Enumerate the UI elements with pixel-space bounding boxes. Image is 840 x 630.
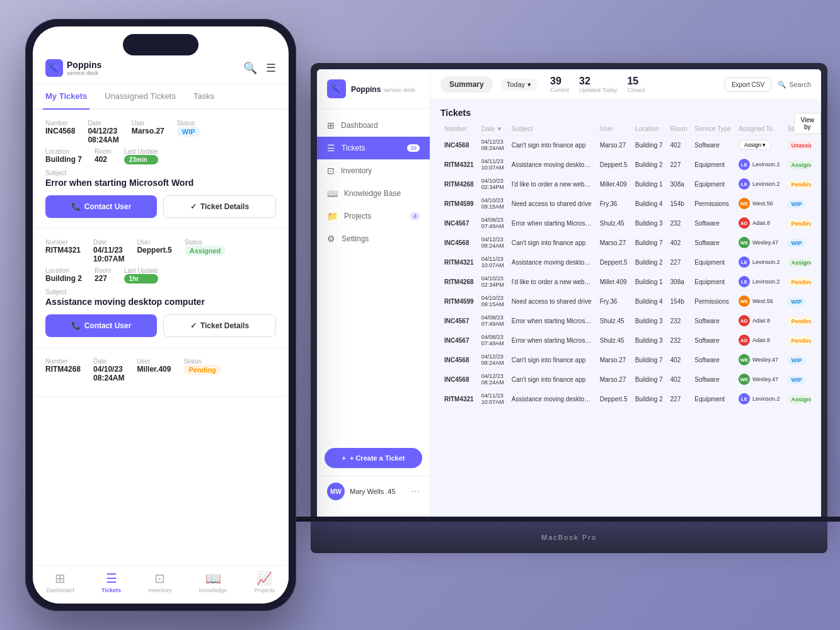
poppins-logo-icon: 🌂	[45, 59, 63, 77]
ticket-room-block: Room 402	[95, 148, 112, 164]
cell-date: 04/10/23 02:34PM	[478, 272, 508, 292]
table-row[interactable]: INC4568 04/12/23 08:24AM Can't sign into…	[440, 350, 811, 370]
col-date[interactable]: Date ▼	[478, 123, 508, 135]
table-row[interactable]: INC4568 04/12/23 08:24AM Can't sign into…	[440, 370, 811, 389]
dashboard-nav-label: Dashboard	[47, 587, 74, 593]
sidebar-logo-icon: 🌂	[327, 79, 346, 98]
user-options-icon[interactable]: ⋯	[411, 486, 420, 496]
nav-projects[interactable]: 📈 Projects	[255, 571, 275, 593]
ticket-update-block: Last Update 23min	[124, 148, 158, 164]
cell-room: 154b	[667, 292, 691, 311]
room-label: Room	[95, 148, 112, 155]
cell-location: Building 4	[631, 194, 667, 214]
ticket-buttons-2: 📞 Contact User ✓ Ticket Details	[45, 314, 276, 337]
sidebar-item-projects[interactable]: 📁 Projects 4	[317, 205, 430, 227]
ticket-date: 04/12/2308:24AM	[88, 127, 118, 144]
cell-location: Building 1	[631, 272, 667, 292]
cell-number: RITM4321	[440, 155, 478, 175]
laptop-mockup: 🌂 Poppins service desk ⊞ Dashboard ☰ Tic…	[311, 63, 827, 567]
projects-badge: 4	[410, 212, 420, 220]
phone-mockup: 🌂 Poppins service desk 🔍 ☰ My Tickets Un…	[25, 19, 296, 611]
search-box[interactable]: 🔍 Search	[778, 81, 811, 89]
period-select[interactable]: Today ▾	[500, 78, 538, 91]
phone-screen: 🌂 Poppins service desk 🔍 ☰ My Tickets Un…	[33, 26, 289, 604]
table-row[interactable]: RITM4268 04/10/23 02:34PM I'd like to or…	[440, 272, 811, 292]
nav-inventory[interactable]: ⊡ Inventory	[148, 571, 171, 593]
projects-nav-icon: 📈	[256, 571, 272, 586]
menu-icon[interactable]: ☰	[266, 61, 276, 75]
ticket-date-3: 04/10/2308:24AM	[93, 365, 124, 382]
export-csv-button[interactable]: Export CSV	[725, 77, 771, 92]
cell-service: Software	[691, 233, 735, 253]
cell-number: INC4567	[440, 214, 478, 233]
contact-user-button-2[interactable]: 📞 Contact User	[45, 314, 157, 337]
tab-summary[interactable]: Summary	[440, 76, 493, 93]
cell-number: RITM4599	[440, 292, 478, 311]
location-label-2: Location	[45, 267, 82, 274]
phone-logo-text: Poppins service desk	[67, 60, 101, 76]
ticket-location-block: Location Building 7	[45, 148, 82, 164]
cell-assigned: ADAdair.8	[735, 311, 784, 331]
cell-assigned: LELevinson.2	[735, 175, 784, 194]
cell-date: 04/11/23 10:07AM	[478, 253, 508, 272]
ticket-subject: Error when starting Microsoft Word	[45, 178, 276, 188]
cell-location: Building 2	[631, 155, 667, 175]
number-label-3: Number	[45, 358, 81, 365]
sidebar-item-inventory[interactable]: ⊡ Inventory	[317, 159, 430, 182]
chevron-down-icon: ▾	[527, 81, 531, 89]
sidebar-item-settings[interactable]: ⚙ Settings	[317, 227, 430, 250]
ticket-details-button-1[interactable]: ✓ Ticket Details	[163, 195, 276, 218]
stat-current-num: 39	[550, 76, 569, 87]
viewby-button[interactable]: View by	[794, 113, 822, 134]
table-row[interactable]: RITM4599 04/10/23 09:15AM Need access to…	[440, 194, 811, 214]
table-row[interactable]: RITM4599 04/10/23 09:15AM Need access to…	[440, 292, 811, 311]
cell-number: INC4568	[440, 370, 478, 389]
nav-dashboard[interactable]: ⊞ Dashboard	[47, 571, 74, 593]
nav-knowledge[interactable]: 📖 Knowledge	[199, 571, 227, 593]
table-row[interactable]: RITM4321 04/11/23 10:07AM Assistance mov…	[440, 155, 811, 175]
cell-date: 04/08/23 07:49AM	[478, 331, 508, 350]
lastupdate-label: Last Update	[124, 148, 158, 155]
stat-updated-label: Updated Today	[579, 87, 617, 93]
app-header: Summary Today ▾ 39 Current 32 Updated	[430, 69, 821, 100]
table-row[interactable]: INC4567 04/08/23 07:49AM Error when star…	[440, 331, 811, 350]
cell-service: Equipment	[691, 389, 735, 409]
nav-tickets[interactable]: ☰ Tickets	[101, 571, 121, 593]
user-avatar: MW	[327, 483, 345, 500]
cell-service: Equipment	[691, 155, 735, 175]
phone-logo: 🌂 Poppins service desk	[45, 59, 101, 77]
table-row[interactable]: RITM4268 04/10/23 02:34PM I'd like to or…	[440, 175, 811, 194]
sidebar-item-dashboard[interactable]: ⊞ Dashboard	[317, 114, 430, 137]
tab-tasks[interactable]: Tasks	[191, 84, 217, 110]
cell-room: 227	[667, 389, 691, 409]
table-row[interactable]: INC4568 04/12/23 08:24AM Can't sign into…	[440, 233, 811, 253]
table-row[interactable]: RITM4321 04/11/23 10:07AM Assistance mov…	[440, 253, 811, 272]
cell-date: 04/12/23 08:24AM	[478, 350, 508, 370]
ticket-subject-2: Assistance moving desktop computer	[45, 297, 276, 307]
sidebar-item-knowledge[interactable]: 📖 Knowledge Base	[317, 182, 430, 205]
settings-icon: ⚙	[327, 234, 335, 244]
ticket-location-block-2: Location Building 2	[45, 267, 82, 284]
contact-user-button-1[interactable]: 📞 Contact User	[45, 195, 157, 218]
projects-nav-label: Projects	[255, 587, 275, 593]
cell-subject: Can't sign into finance app	[508, 233, 596, 253]
cell-subject: Can't sign into finance app	[508, 350, 596, 370]
status-badge-3: Pending	[183, 365, 221, 375]
tickets-table-body: INC4568 04/12/23 08:24AM Can't sign into…	[440, 135, 811, 409]
col-number: Number	[440, 123, 478, 135]
table-row[interactable]: RITM4321 04/11/23 10:07AM Assistance mov…	[440, 389, 811, 409]
cell-location: Building 7	[631, 370, 667, 389]
tab-unassigned-tickets[interactable]: Unassigned Tickets	[102, 84, 178, 110]
cell-user: Marso.27	[596, 233, 631, 253]
cell-user: Fry.36	[596, 194, 631, 214]
table-row[interactable]: INC4567 04/08/23 07:49AM Error when star…	[440, 214, 811, 233]
table-row[interactable]: INC4568 04/12/23 08:24AM Can't sign into…	[440, 135, 811, 155]
tab-my-tickets[interactable]: My Tickets	[43, 84, 89, 110]
cell-user: Deppert.5	[596, 253, 631, 272]
ticket-details-button-2[interactable]: ✓ Ticket Details	[163, 314, 276, 337]
sidebar-item-tickets[interactable]: ☰ Tickets 39	[317, 137, 430, 159]
assign-button[interactable]: Assign ▾	[739, 140, 772, 150]
create-ticket-button[interactable]: + + Create a Ticket	[325, 448, 422, 468]
search-icon[interactable]: 🔍	[243, 61, 257, 75]
table-row[interactable]: INC4567 04/08/23 07:49AM Error when star…	[440, 311, 811, 331]
